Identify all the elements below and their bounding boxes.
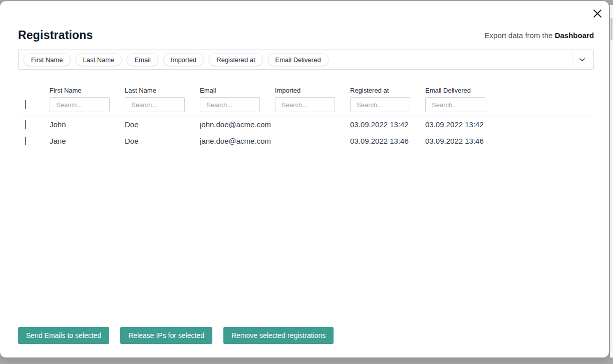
- close-button[interactable]: [591, 8, 603, 20]
- cell-last-name: Doe: [125, 120, 200, 129]
- export-hint: Export data from the Dashboard: [485, 31, 594, 41]
- search-input-registered-at[interactable]: [350, 97, 410, 112]
- filter-chip-email[interactable]: Email: [127, 53, 158, 66]
- filter-bar: First Name Last Name Email Imported Regi…: [18, 50, 594, 70]
- row-checkbox[interactable]: [25, 137, 26, 145]
- cell-email: jane.doe@acme.com: [200, 137, 275, 145]
- export-hint-text: Export data from the: [485, 31, 553, 40]
- release-ips-button[interactable]: Release IPs for selected: [120, 327, 212, 344]
- cell-email-delivered: 03.09.2022 13:42: [425, 120, 500, 129]
- dashboard-link[interactable]: Dashboard: [555, 31, 594, 40]
- cell-registered-at: 03.09.2022 13:46: [350, 137, 425, 145]
- cell-first-name: John: [50, 120, 125, 129]
- background-sidebar-divider: [114, 357, 114, 364]
- column-header-registered-at: Registered at: [350, 87, 425, 94]
- search-input-imported[interactable]: [275, 97, 335, 112]
- table-row: John Doe john.doe@acme.com 03.09.2022 13…: [18, 116, 594, 133]
- filter-chip-imported[interactable]: Imported: [163, 53, 204, 66]
- table-search-row: [18, 97, 594, 112]
- select-all-checkbox[interactable]: [25, 100, 26, 109]
- search-input-last-name[interactable]: [125, 97, 185, 112]
- cell-first-name: Jane: [50, 137, 125, 145]
- filter-dropdown-button[interactable]: [574, 50, 589, 69]
- filter-chip-email-delivered[interactable]: Email Delivered: [268, 53, 329, 66]
- page-title: Registrations: [18, 28, 93, 43]
- registrations-table: First Name Last Name Email Imported Regi…: [18, 87, 594, 149]
- search-input-email[interactable]: [200, 97, 260, 112]
- cell-email: john.doe@acme.com: [200, 120, 275, 129]
- cell-registered-at: 03.09.2022 13:42: [350, 120, 425, 129]
- column-header-first-name: First Name: [50, 87, 125, 94]
- bulk-actions-bar: Send Emails to selected Release IPs for …: [18, 327, 334, 344]
- filter-chip-first-name[interactable]: First Name: [24, 53, 71, 66]
- chevron-down-icon: [579, 58, 585, 62]
- column-header-imported: Imported: [275, 87, 350, 94]
- close-icon: [593, 9, 602, 18]
- background-page-edge: [610, 5, 613, 357]
- remove-registrations-button[interactable]: Remove selected registrations: [223, 327, 334, 344]
- row-checkbox[interactable]: [25, 120, 26, 129]
- table-header-labels: First Name Last Name Email Imported Regi…: [18, 87, 594, 94]
- registrations-modal: Registrations Export data from the Dashb…: [0, 1, 609, 357]
- cell-email-delivered: 03.09.2022 13:46: [425, 137, 500, 145]
- search-input-email-delivered[interactable]: [425, 97, 485, 112]
- table-row: Jane Doe jane.doe@acme.com 03.09.2022 13…: [18, 133, 594, 149]
- send-emails-button[interactable]: Send Emails to selected: [18, 327, 109, 344]
- column-header-email-delivered: Email Delivered: [425, 87, 500, 94]
- search-input-first-name[interactable]: [50, 97, 110, 112]
- filter-bar-divider: [572, 53, 572, 67]
- cell-last-name: Doe: [125, 137, 200, 145]
- background-scrollbar[interactable]: [610, 18, 612, 40]
- column-header-last-name: Last Name: [125, 87, 200, 94]
- filter-chip-registered-at[interactable]: Registered at: [209, 53, 262, 66]
- filter-chip-last-name[interactable]: Last Name: [76, 53, 122, 66]
- column-header-email: Email: [200, 87, 275, 94]
